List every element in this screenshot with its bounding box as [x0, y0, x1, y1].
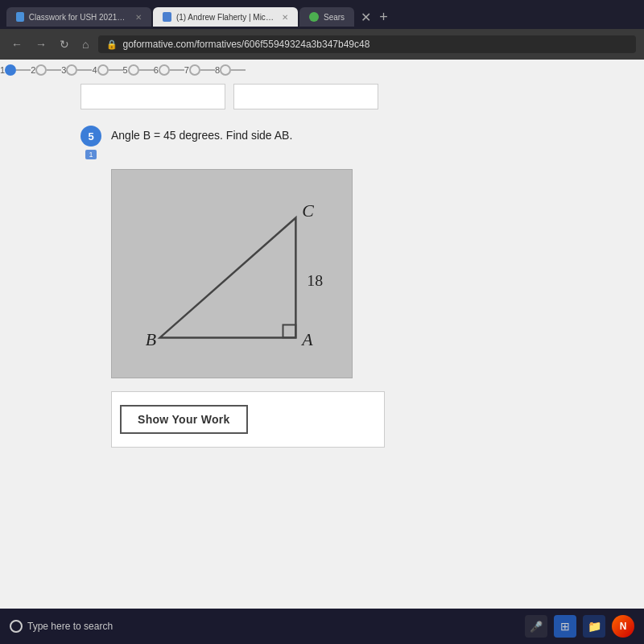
triangle-svg: B A C 18 [112, 170, 352, 378]
question-number-badge: 5 [80, 126, 101, 147]
qnav-label-7: 7 [184, 65, 189, 75]
header-inputs [0, 80, 644, 113]
triangle-image: B A C 18 [111, 169, 353, 378]
refresh-button[interactable]: ↻ [56, 36, 72, 52]
qnav-dot-2[interactable] [35, 64, 47, 76]
question-navigation: 1 2 3 4 5 6 7 8 [0, 60, 644, 80]
vertex-a-label: A [300, 330, 313, 349]
url-text: goformative.com/formatives/606f55949324a… [122, 39, 369, 50]
new-tab-button[interactable]: + [373, 6, 394, 29]
tab-classwork[interactable]: Classwork for USH 2021 Period 2 ✕ [6, 7, 151, 27]
qnav-label-5: 5 [123, 65, 128, 75]
question-text: Angle B = 45 degrees. Find side AB. [111, 126, 292, 142]
qnav-label-4: 4 [92, 65, 97, 75]
tab-label-3: Sears [324, 13, 345, 22]
vertex-b-label: B [146, 330, 156, 349]
tab-favicon-1 [16, 12, 24, 22]
taskbar-search[interactable]: Type here to search [10, 620, 113, 633]
qnav-line-4 [109, 69, 123, 71]
page-content: 1 2 3 4 5 6 7 8 [0, 60, 644, 609]
qnav-label-6: 6 [154, 65, 159, 75]
qnav-line-2 [47, 69, 61, 71]
qnav-line-3 [77, 69, 92, 71]
qnav-dot-3[interactable] [66, 64, 77, 76]
qnav-dot-5[interactable] [128, 64, 139, 76]
tab-favicon-3 [309, 12, 319, 22]
taskbar: Type here to search 🎤 ⊞ 📁 N [0, 609, 644, 644]
question-row: 5 1 Angle B = 45 degrees. Find side AB. [80, 126, 628, 159]
qnav-line-6 [170, 69, 184, 71]
lock-icon: 🔒 [106, 39, 118, 50]
show-work-button[interactable]: Show Your Work [120, 405, 248, 434]
header-input-1[interactable] [80, 84, 225, 109]
qnav-line-8 [231, 69, 246, 71]
qnav-dot-8[interactable] [220, 64, 231, 76]
score-box: 1 [85, 150, 96, 159]
back-button[interactable]: ← [8, 36, 26, 52]
qnav-line-7 [200, 69, 215, 71]
tab-close-2[interactable]: ✕ [282, 13, 288, 22]
tab-sears[interactable]: Sears [299, 7, 354, 27]
qnav-dot-1[interactable] [5, 64, 16, 76]
qnav-line-1 [16, 69, 31, 71]
url-bar[interactable]: 🔒 goformative.com/formatives/606f5594932… [98, 35, 636, 53]
taskbar-icon-group: 🎤 ⊞ 📁 N [525, 615, 634, 638]
tab-andrew[interactable]: (1) Andrew Flaherty | Micros... ✕ [153, 7, 298, 27]
qnav-dot-4[interactable] [97, 64, 109, 76]
address-bar: ← → ↻ ⌂ 🔒 goformative.com/formatives/606… [0, 29, 644, 60]
qnav-dot-7[interactable] [189, 64, 200, 76]
search-circle-icon [10, 620, 23, 633]
forward-button[interactable]: → [32, 36, 50, 52]
qnav-line-5 [139, 69, 154, 71]
qnav-dot-6[interactable] [159, 64, 170, 76]
show-work-area: Show Your Work [111, 391, 385, 448]
taskbar-app-icon[interactable]: N [612, 615, 634, 638]
main-question-area: 5 1 Angle B = 45 degrees. Find side AB. … [0, 113, 644, 460]
browser-window: Classwork for USH 2021 Period 2 ✕ (1) An… [0, 0, 644, 644]
tab-favicon-2 [163, 12, 171, 22]
side-length-label: 18 [307, 271, 323, 289]
tab-label-1: Classwork for USH 2021 Period 2 [29, 13, 127, 22]
tab-close-1[interactable]: ✕ [135, 13, 142, 22]
tab-label-2: (1) Andrew Flaherty | Micros... [176, 13, 274, 22]
home-button[interactable]: ⌂ [79, 36, 92, 52]
vertex-c-label: C [302, 201, 314, 221]
header-input-2[interactable] [233, 84, 378, 109]
taskbar-grid-icon[interactable]: ⊞ [554, 615, 576, 638]
tab-bar: Classwork for USH 2021 Period 2 ✕ (1) An… [0, 0, 644, 29]
taskbar-microphone-icon[interactable]: 🎤 [525, 615, 547, 638]
taskbar-folder-icon[interactable]: 📁 [583, 615, 605, 638]
tab-x-sears[interactable]: ✕ [361, 10, 371, 25]
question-left-panel: 5 1 [80, 126, 101, 159]
taskbar-search-text: Type here to search [27, 621, 113, 632]
